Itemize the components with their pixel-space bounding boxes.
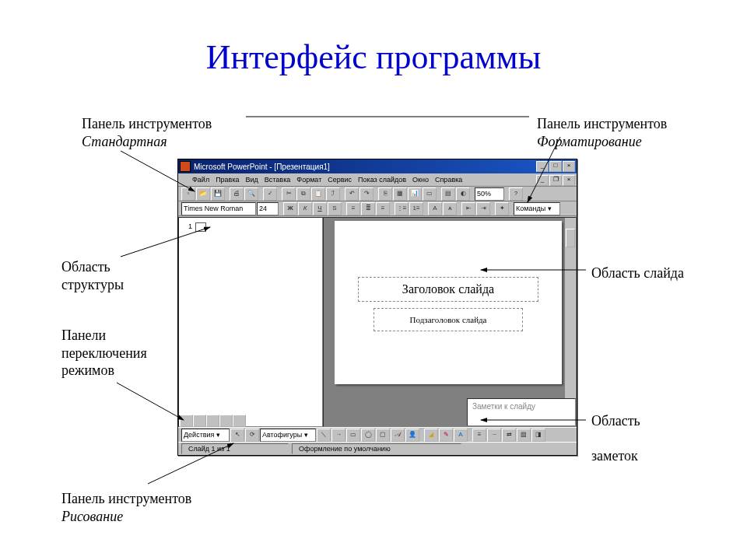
line-icon[interactable]: ＼: [317, 429, 331, 442]
formatting-toolbar: Times New Roman 24 Ж К Ч S ≡ ≣ ≡ ⋮≡ 1≡ A…: [178, 201, 577, 216]
select-icon[interactable]: ↖: [230, 429, 244, 442]
diagram-title: Интерфейс программы: [0, 37, 747, 77]
decrease-font-icon[interactable]: ᴀ: [443, 202, 457, 215]
slide-view-button[interactable]: [206, 415, 219, 427]
shadow-style-icon[interactable]: ▧: [517, 429, 531, 442]
arrowstyle-icon[interactable]: ⇄: [502, 429, 516, 442]
commands-dropdown[interactable]: Команды ▾: [514, 202, 560, 215]
menu-edit[interactable]: Правка: [216, 176, 239, 184]
annot-formatting-toolbar: Панель инструментов Форматирование: [537, 115, 667, 150]
menu-slideshow[interactable]: Показ слайдов: [358, 176, 406, 184]
new-slide-icon[interactable]: ▭: [423, 187, 437, 201]
arrow-icon[interactable]: →: [331, 429, 345, 442]
underline-icon[interactable]: Ч: [313, 202, 327, 215]
shadow-icon[interactable]: S: [328, 202, 342, 215]
vertical-scrollbar[interactable]: [564, 218, 576, 426]
redo-icon[interactable]: ↷: [359, 187, 374, 201]
open-icon[interactable]: 📂: [196, 187, 210, 201]
increase-font-icon[interactable]: A: [428, 202, 442, 215]
annot-view-panels: Панели переключения режимов: [61, 327, 147, 380]
linecolor-icon[interactable]: ✎: [439, 429, 453, 442]
undo-icon[interactable]: ↶: [345, 187, 359, 201]
demote-icon[interactable]: ⇥: [476, 202, 490, 215]
mdi-restore-button[interactable]: ❐: [549, 175, 562, 186]
hyperlink-icon[interactable]: ⎘: [378, 187, 392, 201]
svg-line-4: [117, 383, 184, 420]
align-left-icon[interactable]: ≡: [346, 202, 360, 215]
numbers-icon[interactable]: 1≡: [409, 202, 423, 215]
rotate-icon[interactable]: ⟳: [245, 429, 259, 442]
paste-icon[interactable]: 📋: [311, 187, 325, 201]
slide-canvas[interactable]: Заголовок слайда Подзаголовок слайда: [335, 221, 562, 384]
textbox-icon[interactable]: ▢: [376, 429, 390, 442]
fontcolor-icon[interactable]: A: [454, 429, 468, 442]
menu-view[interactable]: Вид: [246, 176, 258, 184]
promote-icon[interactable]: ⇤: [461, 202, 475, 215]
zoom-dropdown[interactable]: 50%: [475, 187, 504, 201]
menu-window[interactable]: Окно: [412, 176, 429, 184]
maximize-button[interactable]: □: [549, 161, 562, 172]
minimize-button[interactable]: _: [536, 161, 549, 172]
clipart-icon[interactable]: 👤: [405, 429, 419, 442]
italic-icon[interactable]: К: [298, 202, 312, 215]
cut-icon[interactable]: ✂: [282, 187, 296, 201]
preview-icon[interactable]: 🔍: [244, 187, 258, 201]
outline-pane[interactable]: 1: [178, 217, 323, 427]
titlebar[interactable]: Microsoft PowerPoint - [Презентация1] _ …: [178, 159, 577, 173]
autoshapes-dropdown[interactable]: Автофигуры ▾: [260, 429, 316, 442]
outline-slide-entry[interactable]: 1: [188, 222, 206, 232]
wordart-icon[interactable]: 𝒜: [391, 429, 405, 442]
align-right-icon[interactable]: ≡: [376, 202, 390, 215]
menubar: Файл Правка Вид Вставка Формат Сервис По…: [178, 173, 577, 187]
annot-notes-area: Область заметок: [591, 412, 640, 465]
spell-icon[interactable]: ✓: [263, 187, 277, 201]
rectangle-icon[interactable]: ▭: [346, 429, 360, 442]
annot-outline-area: Область структуры: [61, 258, 124, 293]
mdi-minimize-button[interactable]: _: [536, 175, 549, 186]
outline-view-button[interactable]: [193, 415, 206, 427]
print-icon[interactable]: 🖨: [230, 187, 244, 201]
title-placeholder[interactable]: Заголовок слайда: [358, 277, 538, 302]
app-icon: [180, 161, 191, 172]
oval-icon[interactable]: ◯: [361, 429, 375, 442]
font-size-dropdown[interactable]: 24: [257, 202, 279, 215]
sorter-view-button[interactable]: [219, 415, 233, 427]
align-center-icon[interactable]: ≣: [361, 202, 375, 215]
subtitle-placeholder[interactable]: Подзаголовок слайда: [374, 308, 523, 331]
chart-icon[interactable]: 📊: [408, 187, 422, 201]
close-button[interactable]: ×: [563, 161, 575, 172]
view-switch-panel: [180, 415, 246, 427]
bullets-icon[interactable]: ⋮≡: [395, 202, 409, 215]
new-icon[interactable]: ▫: [181, 187, 195, 201]
menu-format[interactable]: Формат: [296, 176, 321, 184]
mdi-close-button[interactable]: ×: [563, 175, 575, 186]
slide-pane: Заголовок слайда Подзаголовок слайда Зам…: [323, 217, 577, 427]
menu-file[interactable]: Файл: [192, 176, 209, 184]
annot-drawing-toolbar: Панель инструментов Рисование: [61, 490, 191, 525]
animate-icon[interactable]: ✦: [495, 202, 509, 215]
copy-icon[interactable]: ⧉: [296, 187, 310, 201]
annot-slide-area: Область слайда: [591, 264, 684, 282]
menu-tools[interactable]: Сервис: [328, 176, 352, 184]
grayscale-icon[interactable]: ◐: [456, 187, 470, 201]
dashstyle-icon[interactable]: ┄: [487, 429, 501, 442]
lineweight-icon[interactable]: ≡: [472, 429, 486, 442]
table-icon[interactable]: ▦: [393, 187, 407, 201]
actions-dropdown[interactable]: Действия ▾: [181, 429, 230, 442]
slideshow-view-button[interactable]: [233, 415, 246, 427]
notes-pane[interactable]: Заметки к слайду: [467, 398, 576, 426]
expand-icon[interactable]: ▤: [441, 187, 455, 201]
menu-help[interactable]: Справка: [435, 176, 462, 184]
drawing-toolbar: Действия ▾ ↖ ⟳ Автофигуры ▾ ＼ → ▭ ◯ ▢ 𝒜 …: [178, 427, 577, 443]
bold-icon[interactable]: Ж: [283, 202, 297, 215]
format-painter-icon[interactable]: ℐ: [326, 187, 340, 201]
normal-view-button[interactable]: [180, 415, 193, 427]
menu-insert[interactable]: Вставка: [265, 176, 290, 184]
status-slide-count: Слайд 1 из 1: [181, 443, 289, 454]
font-dropdown[interactable]: Times New Roman: [181, 202, 256, 215]
3d-icon[interactable]: ◨: [531, 429, 545, 442]
fillcolor-icon[interactable]: ◢: [424, 429, 438, 442]
save-icon[interactable]: 💾: [211, 187, 225, 201]
help-icon[interactable]: ?: [509, 187, 523, 201]
statusbar: Слайд 1 из 1 Оформление по умолчанию: [178, 442, 577, 455]
